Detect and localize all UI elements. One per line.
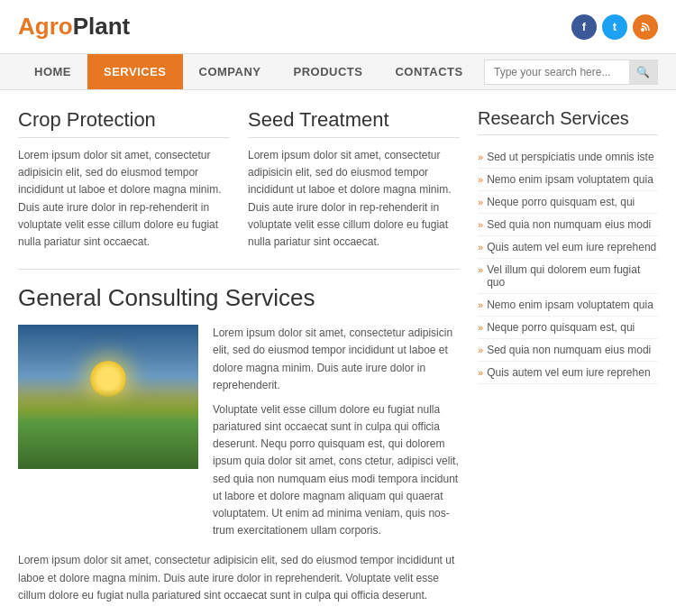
twitter-icon[interactable]: t [602,14,627,40]
consulting-text-block: Lorem ipsum dolor sit amet, consectetur … [213,325,460,539]
sidebar-arrow: » [478,219,483,230]
logo-agro: Agro [18,13,73,40]
consulting-text3: Lorem ipsum dolor sit amet, consectetur … [18,552,460,604]
crop-protection-section: Crop Protection Lorem ipsum dolor sit am… [18,108,230,251]
sidebar-arrow: » [478,367,483,378]
rss-icon[interactable] [633,14,658,40]
list-item[interactable]: »Sed ut perspiciatis unde omnis iste [478,146,658,169]
consulting-image [18,325,198,469]
divider [18,269,460,270]
services-two-col: Crop Protection Lorem ipsum dolor sit am… [18,108,460,251]
sidebar: Research Services »Sed ut perspiciatis u… [478,108,658,604]
sidebar-item-label: Vel illum qui dolorem eum fugiat quo [487,263,658,289]
list-item[interactable]: »Quis autem vel eum iure reprehend [478,236,658,259]
nav-home[interactable]: HOME [18,54,87,89]
seed-treatment-section: Seed Treatment Lorem ipsum dolor sit ame… [248,108,460,251]
list-item[interactable]: »Vel illum qui dolorem eum fugiat quo [478,259,658,294]
seed-treatment-title: Seed Treatment [248,108,460,138]
sidebar-item-label: Sed quia non numquam eius modi [487,344,651,356]
consulting-text1: Lorem ipsum dolor sit amet, consectetur … [213,325,460,394]
sidebar-item-label: Sed quia non numquam eius modi [487,218,651,231]
sidebar-title: Research Services [478,108,658,135]
consulting-content: Lorem ipsum dolor sit amet, consectetur … [18,325,460,539]
search-box: 🔍 [484,60,658,85]
list-item[interactable]: »Quis autem vel eum iure reprehen [478,362,658,384]
sidebar-item-label: Quis autem vel eum iure reprehend [487,241,656,253]
sidebar-list: »Sed ut perspiciatis unde omnis iste »Ne… [478,146,658,384]
sidebar-arrow: » [478,174,483,185]
crop-protection-title: Crop Protection [18,108,230,138]
nav-services[interactable]: SERVICES [87,54,183,89]
list-item[interactable]: »Nemo enim ipsam voluptatem quia [478,294,658,317]
logo: AgroPlant [18,13,130,41]
list-item[interactable]: »Neque porro quisquam est, qui [478,191,658,214]
seed-treatment-text: Lorem ipsum dolor sit amet, consectetur … [248,147,460,251]
navigation: HOME SERVICES COMPANY PRODUCTS CONTACTS … [0,53,676,90]
nav-products[interactable]: PRODUCTS [278,54,379,89]
sidebar-arrow: » [478,152,483,162]
sidebar-arrow: » [478,322,483,333]
header: AgroPlant f t [0,0,676,53]
nav-contacts[interactable]: CONTACTS [379,54,479,89]
list-item[interactable]: »Neque porro quisquam est, qui [478,317,658,339]
sidebar-arrow: » [478,242,483,253]
sidebar-arrow: » [478,197,483,207]
consulting-text2: Voluptate velit esse cillum dolore eu fu… [213,401,460,540]
search-button[interactable]: 🔍 [629,60,657,84]
list-item[interactable]: »Nemo enim ipsam voluptatem quia [478,169,658,191]
sidebar-item-label: Quis autem vel eum iure reprehen [487,366,650,379]
sidebar-item-label: Nemo enim ipsam voluptatem quia [487,299,653,311]
logo-plant: Plant [73,13,131,40]
list-item[interactable]: »Sed quia non numquam eius modi [478,339,658,362]
content-left: Crop Protection Lorem ipsum dolor sit am… [18,108,460,604]
consulting-title: General Consulting Services [18,284,460,312]
sidebar-arrow: » [478,345,483,355]
svg-point-0 [641,28,644,32]
sidebar-item-label: Nemo enim ipsam voluptatem quia [487,173,653,186]
list-item[interactable]: »Sed quia non numquam eius modi [478,214,658,236]
nav-company[interactable]: COMPANY [183,54,278,89]
sidebar-item-label: Neque porro quisquam est, qui [487,196,635,208]
facebook-icon[interactable]: f [571,14,597,40]
consulting-section: General Consulting Services Lorem ipsum … [18,284,460,604]
social-icons: f t [571,14,658,40]
crop-protection-text: Lorem ipsum dolor sit amet, consectetur … [18,147,230,251]
sidebar-item-label: Neque porro quisquam est, qui [487,321,635,334]
search-input[interactable] [485,60,629,84]
sidebar-arrow: » [478,299,483,310]
sidebar-arrow: » [478,264,483,275]
sidebar-item-label: Sed ut perspiciatis unde omnis iste [487,151,653,163]
main-content: Crop Protection Lorem ipsum dolor sit am… [0,90,676,613]
